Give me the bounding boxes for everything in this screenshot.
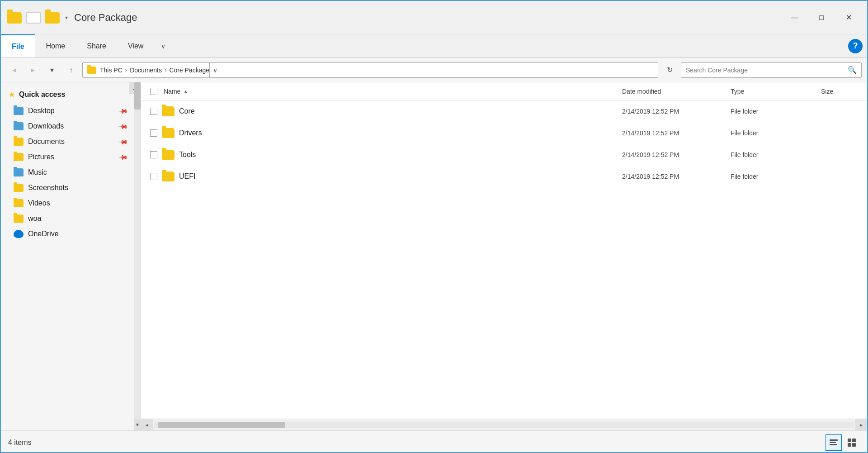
- refresh-button[interactable]: ↻: [662, 62, 677, 78]
- hscroll-right-button[interactable]: ▸: [855, 419, 867, 431]
- address-path[interactable]: This PC › Documents › Core Package ∨: [82, 62, 658, 78]
- title-bar-icons: ▾: [6, 10, 70, 26]
- checkbox-3[interactable]: [150, 173, 157, 180]
- select-all-checkbox[interactable]: [146, 88, 162, 95]
- sort-arrow-name: ▲: [183, 89, 188, 94]
- file-name-2: Tools: [179, 151, 618, 159]
- table-row[interactable]: UEFI 2/14/2019 12:52 PM File folder: [141, 166, 867, 187]
- row-checkbox-1[interactable]: [146, 129, 162, 137]
- star-icon: ★: [8, 90, 15, 100]
- dropdown-recent-button[interactable]: ▾: [44, 62, 60, 78]
- ribbon-collapse-button[interactable]: ∨: [154, 34, 172, 57]
- pin-icon-desktop: 📌: [118, 105, 128, 116]
- folder-icon-2: [162, 150, 175, 160]
- file-modified-0: 2/14/2019 12:52 PM: [618, 108, 727, 115]
- quick-access-icon: [26, 12, 41, 24]
- window-title: Core Package: [74, 12, 137, 24]
- search-icon: 🔍: [848, 66, 857, 74]
- search-box[interactable]: 🔍: [681, 62, 862, 78]
- sidebar-item-onedrive[interactable]: OneDrive: [1, 226, 129, 242]
- tab-share[interactable]: Share: [76, 34, 117, 57]
- table-row[interactable]: Tools 2/14/2019 12:52 PM File folder: [141, 144, 867, 166]
- path-sep2: ›: [165, 67, 166, 73]
- quick-access-tb-icon: [25, 10, 42, 26]
- sidebar-item-woa[interactable]: woa: [1, 211, 129, 226]
- file-name-0: Core: [179, 107, 618, 115]
- refresh-icon: ↻: [667, 66, 673, 74]
- pictures-label: Pictures: [28, 153, 54, 161]
- pin-icon-pictures: 📌: [118, 152, 128, 162]
- help-button[interactable]: ?: [844, 34, 867, 57]
- column-size[interactable]: Size: [817, 82, 863, 100]
- sidebar-item-pictures[interactable]: Pictures 📌: [1, 149, 129, 165]
- row-checkbox-2[interactable]: [146, 151, 162, 158]
- large-icons-view-button[interactable]: [844, 434, 860, 451]
- tab-home[interactable]: Home: [35, 34, 76, 57]
- sidebar: ▲ ▼ ★ Quick access Desktop 📌 Downloads 📌: [1, 82, 141, 430]
- sidebar-scrollbar-thumb[interactable]: [134, 82, 141, 110]
- sidebar-item-documents[interactable]: Documents 📌: [1, 134, 129, 149]
- column-date-modified[interactable]: Date modified: [618, 82, 727, 100]
- sidebar-scroll-down-button[interactable]: ▼: [134, 419, 141, 430]
- back-button[interactable]: ◂: [6, 62, 22, 78]
- file-modified-3: 2/14/2019 12:52 PM: [618, 173, 727, 180]
- checkbox-2[interactable]: [150, 151, 157, 158]
- details-view-icon: [830, 439, 838, 445]
- checkbox-1[interactable]: [150, 129, 157, 137]
- sidebar-item-desktop[interactable]: Desktop 📌: [1, 103, 129, 119]
- sidebar-item-videos[interactable]: Videos: [1, 196, 129, 211]
- file-type-3: File folder: [727, 173, 817, 180]
- path-segment3: Core Package: [169, 67, 209, 74]
- column-type[interactable]: Type: [727, 82, 817, 100]
- file-area: Name ▲ Date modified Type Size Core 2/14…: [141, 82, 867, 430]
- maximize-button[interactable]: □: [808, 10, 835, 26]
- tab-view[interactable]: View: [117, 34, 154, 57]
- horizontal-scrollbar[interactable]: ◂ ▸: [141, 419, 867, 430]
- back-icon: ◂: [12, 66, 16, 74]
- folder-tb-icon: [6, 10, 23, 26]
- path-chevron-icon: ∨: [213, 67, 217, 74]
- up-button[interactable]: ↑: [63, 62, 79, 78]
- details-view-button[interactable]: [826, 434, 842, 451]
- help-icon: ?: [848, 39, 863, 53]
- row-checkbox-0[interactable]: [146, 108, 162, 115]
- ribbon: File Home Share View ∨ ?: [1, 34, 867, 58]
- sidebar-item-downloads[interactable]: Downloads 📌: [1, 119, 129, 134]
- checkbox-0[interactable]: [150, 108, 157, 115]
- table-row[interactable]: Core 2/14/2019 12:52 PM File folder: [141, 100, 867, 122]
- table-row[interactable]: Drivers 2/14/2019 12:52 PM File folder: [141, 122, 867, 144]
- row-checkbox-3[interactable]: [146, 173, 162, 180]
- screenshots-label: Screenshots: [28, 184, 68, 192]
- file-modified-1: 2/14/2019 12:52 PM: [618, 129, 727, 137]
- path-sep1: ›: [125, 67, 127, 73]
- videos-folder-icon: [14, 199, 24, 207]
- title-bar: ▾ Core Package — □ ✕: [1, 1, 867, 34]
- tab-file[interactable]: File: [1, 34, 35, 57]
- hscroll-left-button[interactable]: ◂: [141, 419, 153, 431]
- file-modified-2: 2/14/2019 12:52 PM: [618, 151, 727, 158]
- path-folder-icon: [87, 67, 96, 74]
- search-input[interactable]: [686, 67, 848, 74]
- hscroll-thumb[interactable]: [158, 422, 285, 428]
- minimize-button[interactable]: —: [781, 10, 807, 26]
- dropdown-recent-icon: ▾: [50, 66, 54, 74]
- woa-folder-icon: [14, 215, 24, 223]
- documents-label: Documents: [28, 138, 65, 146]
- hscroll-track[interactable]: [154, 422, 854, 428]
- sidebar-content: ★ Quick access Desktop 📌 Downloads 📌 Doc…: [1, 82, 129, 245]
- dropdown-arrow[interactable]: ▾: [65, 14, 68, 21]
- address-bar: ◂ ▸ ▾ ↑ This PC › Documents › Core Packa…: [1, 58, 867, 82]
- quick-access-header[interactable]: ★ Quick access: [1, 86, 129, 103]
- file-name-3: UEFI: [179, 172, 618, 181]
- onedrive-icon: [14, 230, 24, 238]
- column-name[interactable]: Name ▲: [162, 82, 618, 100]
- music-label: Music: [28, 168, 47, 176]
- checkbox-all[interactable]: [150, 88, 157, 95]
- sidebar-item-screenshots[interactable]: Screenshots: [1, 180, 129, 196]
- sidebar-item-music[interactable]: Music: [1, 165, 129, 180]
- forward-button[interactable]: ▸: [25, 62, 41, 78]
- path-segment1: This PC: [100, 67, 123, 74]
- path-dropdown-button[interactable]: ∨: [209, 62, 220, 78]
- close-button[interactable]: ✕: [835, 10, 862, 26]
- folder-icon-3: [162, 172, 175, 181]
